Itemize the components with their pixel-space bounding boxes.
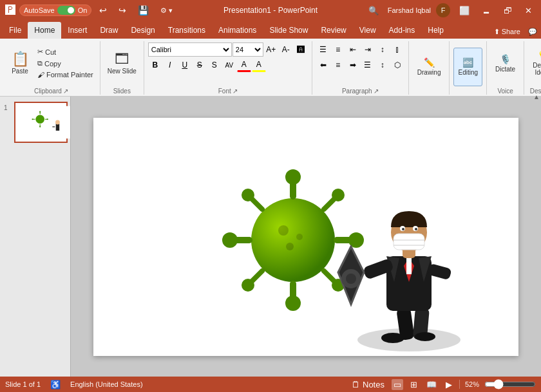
columns-button[interactable]: ⫿ bbox=[390, 42, 404, 57]
search-button[interactable]: 🔍 bbox=[365, 5, 383, 17]
svg-point-3 bbox=[39, 111, 41, 113]
format-painter-icon: 🖌 bbox=[37, 71, 44, 79]
align-center-button[interactable]: ≡ bbox=[331, 58, 345, 72]
char-spacing-button[interactable]: AV bbox=[222, 58, 236, 72]
tab-animations[interactable]: Animations bbox=[212, 22, 263, 39]
username: Farshad Iqbal bbox=[388, 6, 431, 14]
highlight-button[interactable]: A bbox=[252, 58, 266, 72]
clipboard-group: 📋 Paste ✂ Cut ⧉ Copy 🖌 Format Painter C bbox=[3, 41, 100, 95]
underline-button[interactable]: U bbox=[178, 58, 192, 72]
zoom-slider[interactable] bbox=[484, 379, 536, 389]
dictate-button[interactable]: 🎙️ Dictate bbox=[491, 44, 520, 82]
drawing-label: Drawing bbox=[417, 69, 441, 76]
undo-button[interactable]: ↩ bbox=[95, 4, 111, 17]
svg-point-11 bbox=[55, 120, 60, 125]
minimize-button[interactable]: 🗕 bbox=[479, 5, 495, 17]
tab-slide-show[interactable]: Slide Show bbox=[263, 22, 314, 39]
font-title: Font ↗ bbox=[218, 85, 238, 95]
paragraph-group: ☰ ≡ ⇤ ⇥ ↕ ⫿ ⬅ ≡ ➡ ☰ ↕ ⬡ Paragraph ↗ bbox=[312, 41, 409, 95]
number-list-button[interactable]: ≡ bbox=[331, 42, 345, 57]
slide-sorter-button[interactable]: ⊞ bbox=[408, 379, 419, 390]
shadow-button[interactable]: S bbox=[207, 58, 222, 72]
paragraph-expand-icon[interactable]: ↗ bbox=[374, 88, 379, 95]
collapse-ribbon-button[interactable]: ▲ bbox=[533, 93, 540, 100]
tab-file[interactable]: File bbox=[3, 22, 28, 39]
clear-format-button[interactable]: 🅰 bbox=[294, 42, 308, 57]
cut-icon: ✂ bbox=[37, 48, 43, 56]
increase-font-button[interactable]: A+ bbox=[264, 42, 278, 57]
normal-view-button[interactable]: ▭ bbox=[392, 379, 403, 390]
decrease-indent-button[interactable]: ⇤ bbox=[346, 42, 360, 57]
tab-help[interactable]: Help bbox=[421, 22, 450, 39]
status-left: Slide 1 of 1 ♿ English (United States) bbox=[5, 379, 143, 390]
reading-view-button[interactable]: 📖 bbox=[424, 379, 439, 390]
align-right-button[interactable]: ➡ bbox=[346, 58, 360, 72]
autosave-state: On bbox=[78, 6, 88, 14]
strikethrough-button[interactable]: S bbox=[193, 58, 207, 72]
new-slide-button[interactable]: 🗔 New Slide bbox=[104, 44, 140, 82]
editing-icon: 🔤 bbox=[462, 57, 473, 68]
autosave-label: AutoSave bbox=[24, 6, 55, 14]
cut-button[interactable]: ✂ Cut bbox=[35, 46, 96, 57]
drawing-buttons: ✏️ Drawing bbox=[413, 41, 446, 92]
font-name-select[interactable]: Calibri bbox=[148, 42, 232, 57]
bold-button[interactable]: B bbox=[148, 58, 162, 72]
avatar: F bbox=[436, 3, 450, 17]
tab-view[interactable]: View bbox=[353, 22, 383, 39]
font-color-button[interactable]: A bbox=[237, 58, 251, 72]
redo-button[interactable]: ↪ bbox=[115, 4, 130, 17]
format-painter-button[interactable]: 🖌 Format Painter bbox=[35, 70, 96, 80]
slideshow-button[interactable]: ▶ bbox=[444, 379, 454, 390]
accessibility-button[interactable]: ♿ bbox=[48, 379, 62, 390]
more-tools-button[interactable]: ⚙ ▾ bbox=[157, 5, 176, 16]
slide-canvas[interactable] bbox=[93, 118, 518, 356]
slides-title: Slides bbox=[113, 85, 131, 95]
text-direction-button[interactable]: ↕ bbox=[375, 58, 390, 72]
align-left-button[interactable]: ⬅ bbox=[316, 58, 330, 72]
paste-button[interactable]: 📋 Paste bbox=[6, 44, 33, 82]
close-button[interactable]: ✕ bbox=[521, 5, 536, 17]
italic-button[interactable]: I bbox=[163, 58, 177, 72]
powerpoint-logo: 🅿 bbox=[5, 5, 15, 16]
new-slide-icon: 🗔 bbox=[115, 52, 129, 66]
zoom-separator bbox=[459, 380, 460, 389]
comments-button[interactable]: 💬 bbox=[524, 26, 541, 37]
clipboard-buttons: 📋 Paste ✂ Cut ⧉ Copy 🖌 Format Painter bbox=[6, 41, 96, 85]
notes-button[interactable]: 🗒 Notes bbox=[350, 379, 386, 390]
font-group-label: Font bbox=[218, 88, 231, 95]
font-size-select[interactable]: 24 bbox=[233, 42, 263, 57]
bullet-list-button[interactable]: ☰ bbox=[316, 42, 330, 57]
copy-icon: ⧉ bbox=[37, 59, 43, 68]
justify-button[interactable]: ☰ bbox=[361, 58, 375, 72]
editing-button[interactable]: 🔤 Editing bbox=[453, 48, 482, 86]
para-row2: ⬅ ≡ ➡ ☰ ↕ ⬡ bbox=[316, 58, 404, 72]
tab-review[interactable]: Review bbox=[314, 22, 352, 39]
slide-thumbnail[interactable] bbox=[14, 102, 68, 143]
slide-panel: 1 bbox=[0, 97, 71, 377]
clipboard-expand-icon[interactable]: ↗ bbox=[63, 88, 68, 95]
paragraph-group-label: Paragraph bbox=[342, 88, 372, 95]
save-button[interactable]: 💾 bbox=[134, 4, 153, 17]
share-button[interactable]: ⬆ Share bbox=[490, 26, 524, 37]
designer-button[interactable]: 💡 DesignIdeas bbox=[528, 44, 541, 82]
canvas-area[interactable] bbox=[71, 97, 541, 377]
tab-add-ins[interactable]: Add-ins bbox=[383, 22, 422, 39]
line-spacing-button[interactable]: ↕ bbox=[375, 42, 390, 57]
smartart-button[interactable]: ⬡ bbox=[390, 58, 404, 72]
restore-button[interactable]: 🗗 bbox=[500, 5, 516, 17]
tab-draw[interactable]: Draw bbox=[93, 22, 124, 39]
decrease-font-button[interactable]: A- bbox=[279, 42, 293, 57]
increase-indent-button[interactable]: ⇥ bbox=[361, 42, 375, 57]
tab-transitions[interactable]: Transitions bbox=[162, 22, 212, 39]
svg-point-9 bbox=[47, 118, 48, 120]
ribbon-display-button[interactable]: ⬜ bbox=[455, 5, 473, 17]
drawing-button[interactable]: ✏️ Drawing bbox=[413, 48, 446, 86]
tab-home[interactable]: Home bbox=[28, 22, 61, 39]
font-expand-icon[interactable]: ↗ bbox=[233, 88, 238, 95]
autosave-toggle[interactable] bbox=[57, 6, 75, 15]
tab-insert[interactable]: Insert bbox=[61, 22, 93, 39]
copy-button[interactable]: ⧉ Copy bbox=[35, 58, 96, 69]
tab-design[interactable]: Design bbox=[124, 22, 161, 39]
cut-label: Cut bbox=[45, 48, 56, 56]
font-row1: Calibri 24 A+ A- 🅰 bbox=[148, 42, 308, 57]
